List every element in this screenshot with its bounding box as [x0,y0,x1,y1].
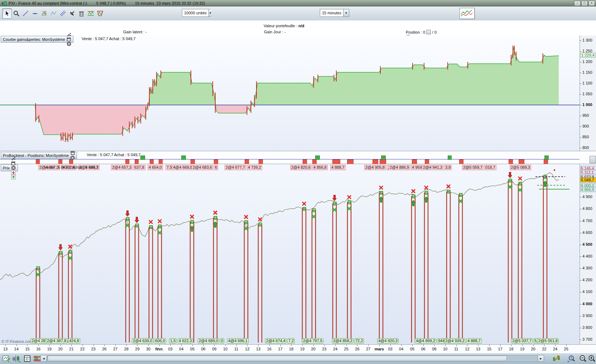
date-tick [258,345,259,346]
scroll-right-button[interactable]: ▶ [538,355,544,362]
equity-panel-tab[interactable]: Courbe gains&pertes: MonSystème [1,36,73,43]
date-tick [203,345,204,346]
tick-mark [580,105,581,105]
window-icon[interactable] [11,161,16,166]
workspace-button[interactable] [23,354,32,363]
buy-arrow-icon[interactable] [11,175,16,179]
date-label: 15 [487,347,491,351]
date-label: 08 [432,347,436,351]
timeframe-select[interactable]: 15 minutes ▼ [320,9,349,17]
date-label: 14 [14,347,19,351]
mini-chart-button[interactable] [460,8,475,19]
scroll-left-button[interactable]: ◀ [40,355,47,362]
positions-baseline [0,159,580,159]
long-position-block [181,155,186,160]
long-position-block [448,155,452,160]
pattern-bearish-tool-button[interactable] [86,8,96,19]
equity-panel[interactable]: Courbe gains&pertes: MonSystème Vente : … [0,35,596,151]
zoom-in-button[interactable] [588,354,596,363]
chart-mode-button[interactable] [2,354,11,363]
trade-exit-label: 4@4 920,3 [377,338,399,344]
short-position-block [509,159,513,164]
units-select[interactable]: 10000 unités ▼ [182,9,211,17]
pattern-bullish-tool-button[interactable] [95,8,105,19]
chevron-down-icon[interactable]: ▼ [208,9,212,16]
chevron-down-icon[interactable]: ▼ [343,9,349,16]
trade-entry-label: 2@4 683,6 [192,165,213,170]
settings-tool-button[interactable] [67,8,77,19]
trade-exit-label: 0 [220,338,224,344]
price-panel[interactable]: 2@4 307,34 362,82@4 438,32@4 657,3637,84… [0,164,596,345]
trade-exit-label: 2@5 037,7 [511,338,533,344]
date-label: 13 [3,347,8,351]
date-tick [247,345,247,346]
grid-icon[interactable] [426,30,431,34]
tick-mark [580,62,581,62]
close-icon[interactable] [70,155,75,160]
trade-entry-label: 4 654,0 [148,165,163,170]
date-tick [346,345,347,346]
scrollbar-thumb[interactable] [48,356,507,361]
date-label: 18 [509,347,513,351]
wrench-icon[interactable] [11,156,16,161]
parallel-lines-tool-button[interactable] [58,8,68,19]
fibonacci-tool-button[interactable] [39,8,49,19]
date-label: 27 [366,347,370,351]
delete-tool-button[interactable] [77,8,86,19]
window-icon[interactable] [70,151,75,155]
price-tick-label: 4 400 [582,254,592,258]
price-chart[interactable] [0,164,580,344]
trade-entry-label: 2@4 677,7 [225,165,246,170]
trade-entry-label: 2@4 941,3 [422,165,443,170]
zigzag-tool-button[interactable] [49,8,58,19]
tick-mark [580,257,581,257]
positions-panel[interactable]: ProBacktest - Positions: MonSystème Vent… [0,151,596,164]
date-tick [478,345,479,346]
close-button[interactable]: × [588,1,595,6]
zoom-out-button[interactable] [579,354,587,363]
price-level-lines [535,169,569,190]
tick-mark [580,268,581,269]
date-tick [236,345,237,346]
panel-scrollbar[interactable] [590,156,596,163]
window-icon[interactable] [67,37,71,42]
date-tick [401,345,402,346]
date-label: 17 [498,347,502,351]
trade-exit-label: 2@5 051,8 [537,338,559,344]
zoom-tool-button[interactable] [11,8,21,19]
tick-mark [580,316,581,316]
price-tick-label: 4 300 [582,266,592,270]
date-label: 13 [256,347,260,351]
price-panel-tab[interactable]: Prix [1,164,18,171]
price-scale-button[interactable]: 8 [12,354,21,363]
chart-settings-button[interactable] [552,354,561,363]
close-icon[interactable] [11,166,16,170]
cursor-tool-button[interactable] [2,8,12,19]
titlebar-datetime: 23 mars 2015 20:32 (19:32) [157,1,205,5]
maximize-button[interactable]: □ [581,1,588,6]
date-label: 16 [267,347,271,351]
close-icon[interactable] [67,42,71,46]
horizontal-scrollbar[interactable] [47,355,538,362]
trendline-tool-button[interactable] [21,8,30,19]
tick-mark [580,51,581,52]
gain-latent: Gain latent : - [123,30,147,34]
trade-exit-label: 2@4 858,2 [332,338,354,344]
sell-arrow-icon[interactable] [11,170,16,175]
minimize-button[interactable]: − [574,1,581,6]
wrench-icon[interactable] [67,32,71,37]
price-line [0,172,559,279]
date-label: 12 [245,347,249,351]
zoom-fit-button[interactable] [567,354,576,363]
price-tick-label: 3 800 [582,325,592,330]
equity-chart[interactable] [0,35,580,151]
trade-entry-label: 4 739,2 [247,165,262,170]
trade-exit-label: 7,2 [287,338,295,344]
price-axis: 4 9004 8004 7004 6004 5004 4004 3004 200… [580,164,596,344]
short-position-block [135,159,139,164]
trade-entry-label: 4 888,7 [330,165,346,170]
short-position-block [372,159,378,164]
valeur-value: n/d [298,24,304,28]
horizontal-line-tool-button[interactable] [30,8,40,19]
equity-tick-label: 850 [582,135,589,139]
